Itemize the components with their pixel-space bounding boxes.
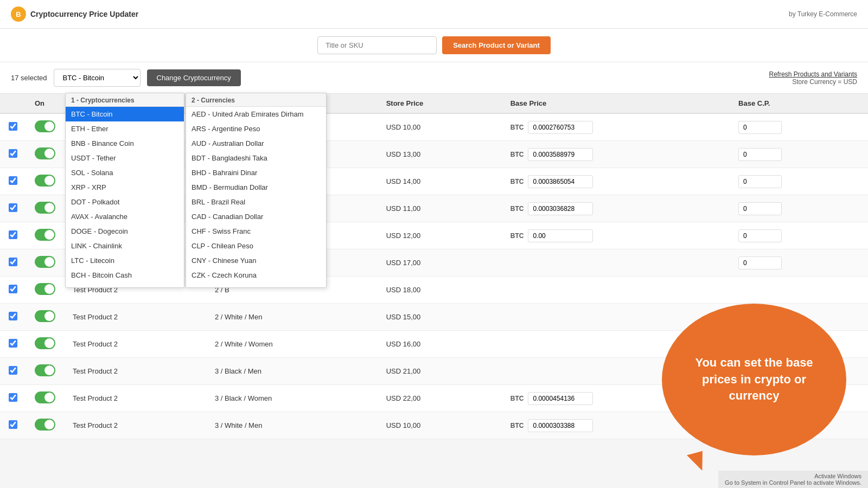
currency-item-aud[interactable]: AUD - Australian Dollar — [186, 136, 326, 151]
currency-item-clp[interactable]: CLP - Chilean Peso — [186, 239, 326, 253]
dropdown-item-sol[interactable]: SOL - Solana — [66, 165, 184, 180]
row-checkbox[interactable] — [9, 339, 17, 348]
row-checkbox[interactable] — [9, 420, 17, 429]
row-checkbox[interactable] — [9, 312, 17, 320]
row-checkbox[interactable] — [9, 176, 17, 185]
base-price-input[interactable] — [528, 148, 593, 161]
search-button[interactable]: Search Product or Variant — [442, 36, 551, 54]
currency-item-cny[interactable]: CNY - Chinese Yuan — [186, 253, 326, 268]
change-cryptocurrency-button[interactable]: Change Cryptocurrency — [147, 69, 241, 86]
row-base-price: BTC — [502, 113, 730, 141]
row-toggle[interactable] — [35, 256, 55, 268]
toolbar: 17 selected BTC - Bitcoin Change Cryptoc… — [0, 62, 868, 94]
activate-windows-line2: Go to System in Control Panel to activat… — [725, 479, 861, 484]
currency-item-chf[interactable]: CHF - Swiss Franc — [186, 224, 326, 239]
currency-item-ars[interactable]: ARS - Argentine Peso — [186, 121, 326, 136]
currency-item-czk[interactable]: CZK - Czech Koruna — [186, 268, 326, 282]
search-input[interactable] — [317, 36, 437, 54]
row-toggle[interactable] — [35, 337, 55, 349]
row-variant: Test Product 2 — [64, 331, 206, 358]
refresh-link[interactable]: Refresh Products and Variants — [769, 70, 857, 78]
currency-item-dkk[interactable]: DKK - Danish Krone — [186, 282, 326, 288]
base-price-input[interactable] — [528, 175, 593, 188]
base-cp-input[interactable] — [738, 148, 782, 161]
row-toggle[interactable] — [35, 202, 55, 214]
base-cp-input[interactable] — [738, 175, 782, 188]
col-base-price: Base Price — [502, 94, 730, 113]
search-bar: Search Product or Variant — [0, 29, 868, 62]
dropdown-item-xlm[interactable]: XLM - Stellar — [66, 282, 184, 288]
header-bar: B Cryptocurrency Price Updater by Turkey… — [0, 0, 868, 29]
row-toggle[interactable] — [35, 147, 55, 159]
row-base-price: BTC — [502, 222, 730, 249]
currency-item-cad[interactable]: CAD - Canadian Dollar — [186, 209, 326, 224]
row-sku: 2 / White / Men — [206, 304, 378, 331]
dropdown-item-ltc[interactable]: LTC - Litecoin — [66, 253, 184, 268]
crypto-section-label: 1 - Cryptocurrencies — [66, 93, 184, 107]
row-checkbox[interactable] — [9, 258, 17, 266]
base-price-input[interactable] — [528, 121, 593, 134]
currency-item-brl[interactable]: BRL - Brazil Real — [186, 195, 326, 209]
dropdown-item-usdt[interactable]: USDT - Tether — [66, 151, 184, 165]
currency-item-bhd[interactable]: BHD - Bahraini Dinar — [186, 165, 326, 180]
currency-item-bmd[interactable]: BMD - Bermudian Dollar — [186, 180, 326, 195]
row-toggle[interactable] — [35, 364, 55, 376]
row-checkbox[interactable] — [9, 230, 17, 239]
row-variant: Test Product 2 — [64, 358, 206, 385]
col-checkbox — [0, 94, 26, 113]
row-checkbox[interactable] — [9, 285, 17, 293]
dropdown-item-eth[interactable]: ETH - Ether — [66, 121, 184, 136]
base-cp-input[interactable] — [738, 121, 782, 134]
row-checkbox[interactable] — [9, 122, 17, 131]
base-currency-tag: BTC — [510, 178, 524, 185]
row-checkbox[interactable] — [9, 393, 17, 402]
base-price-input[interactable] — [528, 202, 593, 215]
row-base-price: BTC — [502, 168, 730, 195]
dropdown-item-btc[interactable]: BTC - Bitcoin — [66, 107, 184, 121]
base-cp-input[interactable] — [738, 202, 782, 215]
base-price-input[interactable] — [528, 392, 593, 405]
row-base-cp — [730, 195, 868, 222]
dropdown-item-doge[interactable]: DOGE - Dogecoin — [66, 224, 184, 239]
row-checkbox[interactable] — [9, 366, 17, 375]
base-price-input[interactable] — [528, 229, 593, 242]
dropdown-overlay: 1 - Cryptocurrencies BTC - Bitcoin ETH -… — [65, 93, 327, 288]
col-store-price: Store Price — [378, 94, 502, 113]
row-toggle[interactable] — [35, 283, 55, 295]
row-checkbox[interactable] — [9, 203, 17, 212]
currency-item-bdt[interactable]: BDT - Bangladeshi Taka — [186, 151, 326, 165]
activate-windows-line1: Activate Windows — [725, 473, 861, 479]
base-cp-input[interactable] — [738, 229, 782, 242]
row-sku: 3 / Black / Women — [206, 385, 378, 412]
currency-dropdown[interactable]: 2 - Currencies AED - United Arab Emirate… — [186, 93, 327, 288]
dropdown-item-link[interactable]: LINK - Chainlink — [66, 239, 184, 253]
dropdown-item-xrp[interactable]: XRP - XRP — [66, 180, 184, 195]
store-currency-label: Store Currency = USD — [792, 78, 857, 86]
row-store-price: USD 17,00 — [378, 249, 502, 277]
refresh-section: Refresh Products and Variants Store Curr… — [769, 70, 857, 86]
row-sku: 3 / Black / Men — [206, 358, 378, 385]
dropdown-item-bnb[interactable]: BNB - Binance Coin — [66, 136, 184, 151]
row-toggle[interactable] — [35, 120, 55, 132]
app-title-container: B Cryptocurrency Price Updater — [11, 7, 138, 22]
row-base-cp — [730, 113, 868, 141]
row-base-cp — [730, 249, 868, 277]
row-base-cp — [730, 141, 868, 168]
dropdown-item-avax[interactable]: AVAX - Avalanche — [66, 209, 184, 224]
by-label: by Turkey E-Commerce — [789, 10, 857, 18]
row-toggle[interactable] — [35, 175, 55, 187]
row-checkbox[interactable] — [9, 149, 17, 158]
dropdown-item-bch[interactable]: BCH - Bitcoin Cash — [66, 268, 184, 282]
row-toggle[interactable] — [35, 391, 55, 403]
row-toggle[interactable] — [35, 229, 55, 241]
crypto-select[interactable]: BTC - Bitcoin — [54, 69, 141, 87]
row-toggle[interactable] — [35, 310, 55, 322]
crypto-dropdown[interactable]: 1 - Cryptocurrencies BTC - Bitcoin ETH -… — [65, 93, 184, 288]
currency-item-aed[interactable]: AED - United Arab Emirates Dirham — [186, 107, 326, 121]
row-store-price: USD 22,00 — [378, 385, 502, 412]
base-cp-input[interactable] — [738, 256, 782, 269]
base-currency-tag: BTC — [510, 422, 524, 429]
base-price-input[interactable] — [528, 419, 593, 432]
dropdown-item-dot[interactable]: DOT - Polkadot — [66, 195, 184, 209]
row-toggle[interactable] — [35, 419, 55, 431]
